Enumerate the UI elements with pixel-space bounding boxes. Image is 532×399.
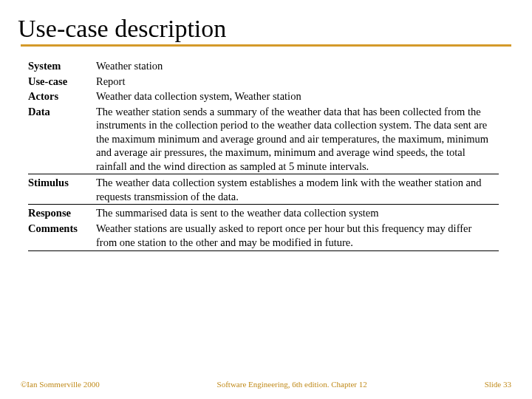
label-system: System — [28, 58, 96, 74]
label-usecase: Use-case — [28, 74, 96, 89]
value-response: The summarised data is sent to the weath… — [96, 205, 499, 221]
label-stimulus: Stimulus — [28, 174, 96, 205]
label-data: Data — [28, 104, 96, 174]
usecase-table: System Weather station Use-case Report A… — [28, 58, 499, 251]
slide-title: Use-case description — [18, 15, 511, 43]
value-comments: Weather stations are usually asked to re… — [96, 221, 499, 251]
title-rule — [21, 44, 511, 47]
value-stimulus: The weather data collection system estab… — [96, 174, 499, 205]
row-response: Response The summarised data is sent to … — [28, 205, 499, 221]
row-stimulus: Stimulus The weather data collection sys… — [28, 174, 499, 205]
value-data: The weather station sends a summary of t… — [96, 104, 499, 174]
footer-book: Software Engineering, 6th edition. Chapt… — [100, 380, 485, 389]
label-comments: Comments — [28, 221, 96, 251]
footer-copyright: ©Ian Sommerville 2000 — [21, 380, 100, 389]
footer-slide-number: Slide 33 — [485, 380, 511, 389]
row-comments: Comments Weather stations are usually as… — [28, 221, 499, 251]
value-actors: Weather data collection system, Weather … — [96, 89, 499, 104]
label-response: Response — [28, 205, 96, 221]
value-usecase: Report — [96, 74, 499, 89]
label-actors: Actors — [28, 89, 96, 104]
slide-footer: ©Ian Sommerville 2000 Software Engineeri… — [0, 380, 532, 389]
row-usecase: Use-case Report — [28, 74, 499, 89]
row-system: System Weather station — [28, 58, 499, 74]
slide: Use-case description System Weather stat… — [0, 0, 532, 251]
row-actors: Actors Weather data collection system, W… — [28, 89, 499, 104]
value-system: Weather station — [96, 58, 499, 74]
row-data: Data The weather station sends a summary… — [28, 104, 499, 174]
